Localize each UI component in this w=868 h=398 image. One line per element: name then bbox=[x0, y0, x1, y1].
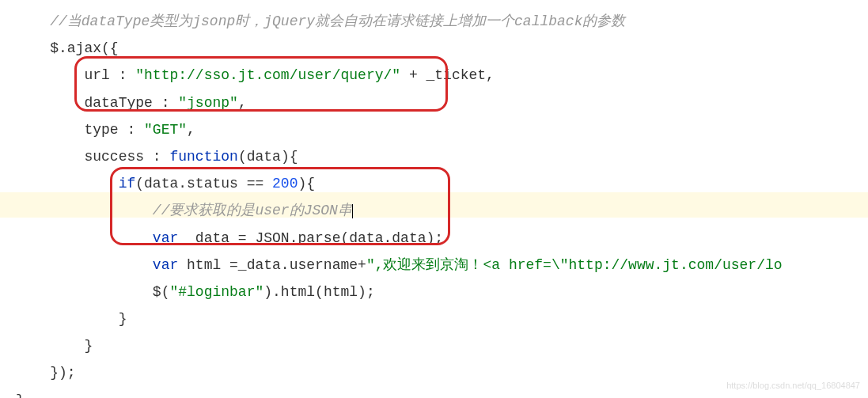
comment-text: //要求获取的是user的JSON串 bbox=[153, 203, 352, 218]
code-line: var _data = JSON.parse(data.data); bbox=[16, 225, 868, 252]
code-text: + _ticket, bbox=[400, 67, 495, 83]
code-text: , bbox=[187, 122, 195, 138]
keyword: var bbox=[153, 257, 178, 273]
code-text: } bbox=[119, 311, 127, 327]
code-line: } bbox=[16, 332, 868, 359]
code-text: ).html(html); bbox=[263, 284, 374, 300]
code-text: , bbox=[238, 95, 247, 111]
code-text: ){ bbox=[298, 176, 315, 191]
code-text: html =_data.username+ bbox=[178, 257, 366, 273]
text-cursor bbox=[352, 204, 353, 218]
watermark-text: https://blog.csdn.net/qq_16804847 bbox=[726, 377, 860, 394]
code-text: url : bbox=[84, 67, 135, 83]
code-line: type : "GET", bbox=[16, 116, 868, 143]
string-literal: "GET" bbox=[144, 122, 187, 138]
code-line: //当dataType类型为jsonp时，jQuery就会自动在请求链接上增加一… bbox=[16, 8, 868, 35]
code-text: dataType : bbox=[84, 95, 178, 111]
code-line: success : function(data){ bbox=[16, 143, 868, 170]
string-literal: ",欢迎来到京淘！<a href=\"http://www.jt.com/use… bbox=[366, 257, 783, 273]
code-block: //当dataType类型为jsonp时，jQuery就会自动在请求链接上增加一… bbox=[16, 8, 868, 398]
code-line: //要求获取的是user的JSON串 bbox=[16, 197, 868, 224]
keyword: function bbox=[169, 149, 237, 165]
code-line: $("#loginbar").html(html); bbox=[16, 279, 868, 305]
string-literal: "http://sso.jt.com/user/query/" bbox=[135, 67, 400, 83]
code-text: success : bbox=[84, 149, 169, 165]
code-text: }); bbox=[50, 365, 75, 381]
code-text: _data = JSON.parse(data.data); bbox=[178, 230, 443, 246]
code-line: $.ajax({ bbox=[16, 35, 868, 62]
number-literal: 200 bbox=[272, 176, 298, 191]
code-line: } bbox=[16, 305, 868, 332]
code-text: (data){ bbox=[238, 149, 298, 165]
code-text: $.ajax({ bbox=[50, 40, 118, 56]
code-line: var html =_data.username+",欢迎来到京淘！<a hre… bbox=[16, 252, 868, 279]
code-text: type : bbox=[84, 122, 144, 138]
code-text: } bbox=[16, 392, 25, 398]
code-text: } bbox=[84, 338, 93, 354]
keyword: var bbox=[153, 230, 178, 246]
code-text: $( bbox=[153, 284, 170, 300]
code-line: if(data.status == 200){ bbox=[16, 170, 868, 197]
string-literal: "jsonp" bbox=[178, 95, 238, 111]
code-line: url : "http://sso.jt.com/user/query/" + … bbox=[16, 62, 868, 89]
keyword: if bbox=[119, 176, 136, 191]
code-text: (data.status == bbox=[135, 176, 272, 191]
string-literal: "#loginbar" bbox=[169, 284, 263, 300]
comment-text: //当dataType类型为jsonp时，jQuery就会自动在请求链接上增加一… bbox=[50, 13, 625, 29]
code-line: dataType : "jsonp", bbox=[16, 89, 868, 116]
